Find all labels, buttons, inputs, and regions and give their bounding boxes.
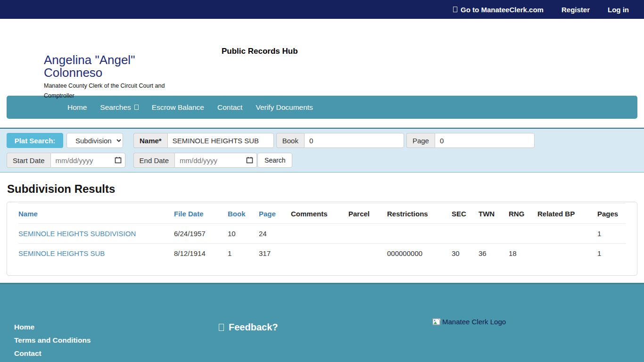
end-date-group: End Date [133, 153, 257, 168]
restrictions-cell: 000000000 [387, 244, 452, 263]
end-date-input[interactable] [174, 153, 257, 168]
file-date-cell: 8/12/1914 [174, 244, 228, 263]
calendar-icon[interactable] [246, 156, 253, 164]
page-title: Public Records Hub [222, 47, 298, 56]
login-link[interactable]: Log in [608, 6, 629, 14]
filter-row-1: Plat Search: Subdivision Name* Book Page [7, 133, 637, 148]
register-link[interactable]: Register [561, 6, 590, 14]
parcel-cell [348, 244, 387, 263]
page-input[interactable] [435, 133, 535, 148]
subdivision-name-link[interactable]: SEMINOLE HEIGHTS SUB [18, 244, 174, 263]
related-bp-cell [537, 224, 597, 244]
pages-cell: 1 [597, 244, 626, 263]
table-row: SEMINOLE HEIGHTS SUB 8/12/1914 1 317 000… [18, 244, 626, 263]
filter-row-2: Start Date End Date Search [7, 153, 637, 168]
chevron-down-icon [134, 105, 139, 110]
column-header-book[interactable]: Book [228, 204, 259, 224]
column-header-parcel: Parcel [348, 204, 387, 224]
goto-manateeclerk-link[interactable]: Go to ManateeClerk.com [453, 6, 544, 14]
nav-verify-documents[interactable]: Verify Documents [249, 103, 319, 112]
external-link-icon [453, 7, 457, 12]
subdivision-name-link[interactable]: SEMINOLE HEIGHTS SUBDIVISION [18, 224, 174, 244]
column-header-twn: TWN [479, 204, 509, 224]
name-field-label: Name* [133, 133, 167, 148]
book-field-label: Book [276, 133, 304, 148]
column-header-related-bp: Related BP [537, 204, 597, 224]
nav-contact[interactable]: Contact [211, 103, 249, 112]
rng-cell: 18 [509, 244, 537, 263]
footer-link-home[interactable]: Home [14, 321, 91, 334]
column-header-sec: SEC [452, 204, 479, 224]
footer-link-official-records[interactable]: Official Records [14, 360, 91, 362]
start-date-label: Start Date [7, 153, 50, 168]
footer-link-list: Home Terms and Conditions Contact Offici… [14, 321, 91, 362]
book-cell: 1 [228, 244, 259, 263]
book-cell: 10 [228, 224, 259, 244]
column-header-name[interactable]: Name [18, 204, 174, 224]
start-date-group: Start Date [7, 153, 125, 168]
comments-cell [291, 244, 348, 263]
feedback-link[interactable]: Feedback? [219, 322, 278, 333]
column-header-pages: Pages [597, 204, 626, 224]
page-field-label: Page [406, 133, 435, 148]
site-header: Angelina "Angel" Colonneso Manatee Count… [0, 19, 644, 96]
calendar-icon[interactable] [115, 156, 122, 164]
column-header-file-date[interactable]: File Date [174, 204, 228, 224]
nav-home[interactable]: Home [61, 103, 93, 112]
column-header-restrictions: Restrictions [387, 204, 452, 224]
book-input-group: Book [276, 133, 404, 148]
footer-link-contact[interactable]: Contact [14, 347, 91, 360]
nav-searches[interactable]: Searches [93, 103, 145, 112]
book-input[interactable] [304, 133, 404, 148]
results-panel: Name File Date Book Page Comments Parcel… [7, 202, 637, 276]
sec-cell: 30 [452, 244, 479, 263]
twn-cell [479, 224, 509, 244]
table-row: SEMINOLE HEIGHTS SUBDIVISION 6/24/1957 1… [18, 224, 626, 244]
nav-escrow-balance[interactable]: Escrow Balance [145, 103, 211, 112]
parcel-cell [348, 224, 387, 244]
results-table: Name File Date Book Page Comments Parcel… [18, 203, 626, 263]
page-cell: 317 [259, 244, 291, 263]
feedback-label: Feedback? [229, 322, 278, 333]
related-bp-cell [537, 244, 597, 263]
results-heading: Subdivision Results [7, 182, 644, 196]
end-date-label: End Date [133, 153, 175, 168]
page-cell: 24 [259, 224, 291, 244]
search-button[interactable]: Search [257, 153, 292, 168]
top-utility-bar: Go to ManateeClerk.com Register Log in [0, 0, 644, 19]
plat-search-filter-bar: Plat Search: Subdivision Name* Book Page… [0, 128, 644, 173]
footer-link-terms[interactable]: Terms and Conditions [14, 334, 91, 347]
page-input-group: Page [406, 133, 535, 148]
column-header-comments: Comments [291, 204, 348, 224]
footer-logo: Manatee Clerk Logo [432, 318, 506, 326]
comments-cell [291, 224, 348, 244]
name-input-group: Name* [133, 133, 274, 148]
rng-cell [509, 224, 537, 244]
name-input[interactable] [167, 133, 274, 148]
column-header-rng: RNG [509, 204, 537, 224]
restrictions-cell [387, 224, 452, 244]
goto-manateeclerk-label: Go to ManateeClerk.com [461, 6, 544, 14]
feedback-icon [219, 324, 224, 331]
plat-search-label-button[interactable]: Plat Search: [7, 133, 63, 148]
clerk-name-title: Angelina "Angel" Colonneso [44, 54, 171, 79]
broken-image-icon [432, 318, 441, 326]
table-header-row: Name File Date Book Page Comments Parcel… [18, 204, 626, 224]
file-date-cell: 6/24/1957 [174, 224, 228, 244]
logo-alt-text: Manatee Clerk Logo [442, 318, 506, 326]
pages-cell: 1 [597, 224, 626, 244]
sec-cell [452, 224, 479, 244]
site-footer: Home Terms and Conditions Contact Offici… [0, 283, 644, 362]
twn-cell: 36 [479, 244, 509, 263]
clerk-subtitle: Manatee County Clerk of the Circuit Cour… [44, 81, 181, 101]
search-type-select[interactable]: Subdivision [66, 133, 123, 148]
column-header-page[interactable]: Page [259, 204, 291, 224]
